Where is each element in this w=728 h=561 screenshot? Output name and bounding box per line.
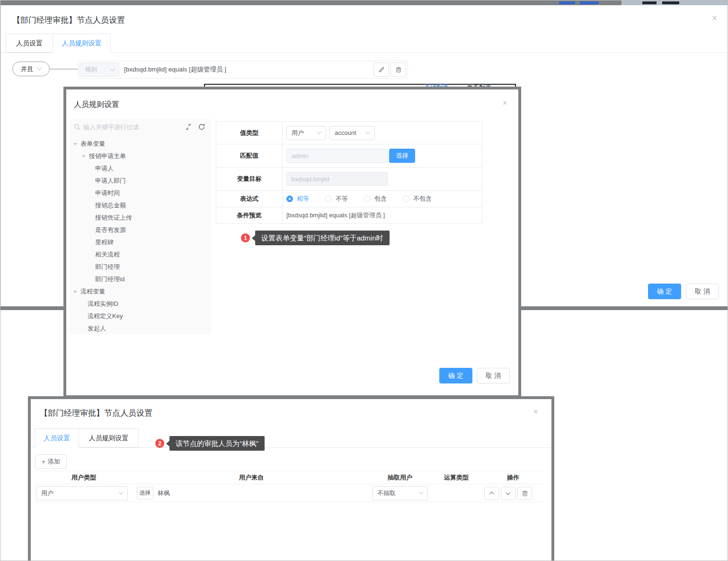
modal-title: 【部门经理审批】节点人员设置	[40, 408, 152, 419]
tree-item[interactable]: 是否有发票	[69, 224, 211, 236]
search-icon	[74, 124, 80, 130]
chevron-down-icon	[37, 66, 42, 71]
field-label: 表达式	[216, 191, 283, 207]
value-type-category-dropdown[interactable]: 用户	[286, 126, 326, 140]
tree-search-row	[69, 119, 211, 135]
tree-item[interactable]: 相关流程	[69, 249, 211, 261]
form-row-expression: 表达式 相等 不等 包含	[216, 191, 482, 207]
tree-item[interactable]: 报销凭证上传	[69, 212, 211, 224]
add-user-button[interactable]: + 添加	[35, 454, 67, 469]
variable-tree: 表单变量 报销申请主单 申请人 申请人部门 申请时间 报销总金额 报销凭证上传 …	[69, 135, 211, 335]
group-operator-dropdown[interactable]: 并且	[12, 62, 50, 76]
tree-item[interactable]: 流程实例ID	[69, 298, 211, 310]
tooltip-arrow	[252, 235, 255, 241]
delete-rule-button[interactable]	[391, 62, 406, 77]
tab-personnel-rule-settings[interactable]: 人员规则设置	[53, 34, 111, 53]
modal-node-personnel-bottom: 【部门经理审批】节点人员设置 × 人员设置 人员规则设置 2 该节点的审批人员为…	[28, 396, 554, 561]
form-row-condition-preview: 条件预览 [bxdsqd.bmjlid] equals [超级管理员 ]	[216, 207, 482, 223]
tab-personnel-settings[interactable]: 人员设置	[6, 34, 53, 53]
variable-target-input[interactable]	[286, 172, 388, 186]
rule-connector-line	[50, 69, 78, 70]
user-type-dropdown[interactable]: 用户	[36, 486, 128, 500]
move-up-button[interactable]	[484, 487, 499, 500]
tree-item[interactable]: 表单变量	[69, 138, 211, 150]
tab-personnel-rule-settings[interactable]: 人员规则设置	[79, 428, 139, 447]
group-operator-label: 并且	[21, 65, 33, 73]
table-row: 用户 选择 林枫 不抽取	[35, 484, 544, 502]
value-type-field-dropdown[interactable]: account	[329, 126, 375, 140]
match-value-input[interactable]	[286, 149, 388, 163]
form-row-variable-target: 变量目标	[216, 168, 482, 191]
radio-equal[interactable]: 相等	[286, 195, 309, 203]
modal-rule-settings: 人员规则设置 ×	[63, 87, 521, 398]
refresh-icon[interactable]	[198, 123, 205, 131]
background-fragment	[580, 1, 599, 4]
tree-item[interactable]: 报销总金额	[69, 199, 211, 212]
field-label: 值类型	[216, 122, 283, 144]
tree-item[interactable]: 部门经理	[69, 261, 211, 273]
rule-item: 规则 [bxdsqd.bmjlid] equals [超级管理员 ]	[78, 61, 408, 79]
column-header: 用户来自	[133, 471, 370, 484]
chevron-down-icon	[506, 490, 511, 495]
radio-icon	[403, 196, 409, 202]
selected-user-name: 林枫	[158, 489, 170, 498]
tree-item[interactable]: 流程定义Key	[69, 310, 211, 322]
field-label: 变量目标	[216, 168, 283, 190]
annotation-badge-1: 1	[241, 233, 250, 242]
select-user-button[interactable]: 选择	[137, 487, 153, 499]
chevron-down-icon	[119, 490, 124, 495]
confirm-button[interactable]: 确 定	[648, 284, 681, 299]
chevron-down-icon	[317, 130, 322, 134]
rule-type-dropdown[interactable]: 规则	[80, 62, 119, 77]
close-icon[interactable]: ×	[533, 408, 538, 416]
trash-icon	[522, 490, 528, 497]
tab-personnel-settings[interactable]: 人员设置	[35, 428, 79, 448]
column-header: 用户类型	[35, 471, 133, 484]
search-input[interactable]	[83, 121, 169, 133]
rule-settings-screenshot: 基础配置 更多配置 人员规则设置 ×	[63, 83, 521, 398]
tree-item[interactable]: 申请时间	[69, 187, 211, 199]
annotation-tooltip-2: 该节点的审批人员为“林枫”	[169, 436, 265, 451]
chevron-down-icon	[366, 130, 371, 134]
cancel-button[interactable]: 取 消	[686, 284, 719, 299]
chevron-down-icon	[110, 66, 115, 71]
close-icon[interactable]: ×	[712, 14, 717, 22]
edit-rule-button[interactable]	[373, 62, 389, 77]
delete-row-button[interactable]	[517, 487, 532, 500]
radio-icon	[364, 196, 371, 202]
tree-item[interactable]: 部门经理id	[69, 273, 211, 285]
form-row-value-type: 值类型 用户 account	[216, 122, 482, 144]
move-down-button[interactable]	[501, 487, 515, 500]
condition-form: 值类型 用户 account	[216, 121, 482, 224]
rule-type-label: 规则	[85, 65, 97, 74]
radio-contains[interactable]: 包含	[364, 195, 387, 203]
tree-item[interactable]: 报销申请主单	[69, 150, 211, 162]
tooltip-arrow	[166, 441, 169, 446]
background-fragment	[662, 1, 679, 4]
tree-item[interactable]: 流程变量	[69, 285, 211, 298]
radio-not-equal[interactable]: 不等	[325, 195, 348, 203]
extract-user-dropdown[interactable]: 不抽取	[372, 486, 428, 500]
operation-type-cell	[430, 484, 482, 502]
caret-down-icon	[73, 291, 77, 293]
caret-down-icon	[73, 143, 77, 145]
confirm-button[interactable]: 确 定	[439, 368, 472, 383]
cancel-button[interactable]: 取 消	[477, 368, 510, 383]
tree-item[interactable]: 里程碑	[69, 236, 211, 249]
column-header: 运算类型	[430, 471, 482, 484]
tree-item[interactable]: 申请人	[69, 162, 211, 175]
caret-down-icon	[82, 155, 86, 158]
variable-tree-panel: 表单变量 报销申请主单 申请人 申请人部门 申请时间 报销总金额 报销凭证上传 …	[69, 119, 211, 334]
tree-item[interactable]: 发起人	[69, 322, 211, 335]
column-header: 操作	[482, 471, 544, 484]
tree-item[interactable]: 申请人部门	[69, 175, 211, 187]
close-icon[interactable]: ×	[503, 99, 507, 107]
collapse-tree-icon[interactable]	[185, 123, 192, 131]
radio-not-contains[interactable]: 不包含	[403, 195, 432, 203]
field-label: 匹配值	[216, 144, 283, 167]
select-user-button[interactable]: 选择	[389, 149, 415, 163]
tabbar: 人员设置 人员规则设置	[6, 34, 111, 53]
personnel-settings-screenshot: 基础配置 更多配置 【部门经理审批】节点人员设置 × 人员设置 人员规则设置 2…	[28, 391, 554, 561]
background-window-strip	[0, 0, 728, 5]
page-title: 【部门经理审批】节点人员设置	[12, 15, 125, 26]
